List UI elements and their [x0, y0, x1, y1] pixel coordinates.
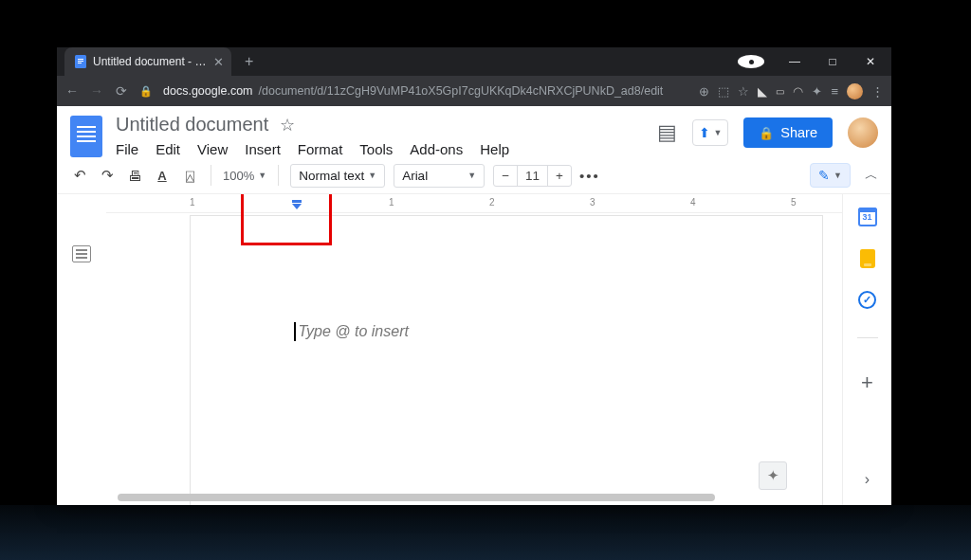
collapse-toolbar-button[interactable]: ︿ — [865, 167, 878, 184]
address-bar: ← → ⟳ 🔒 docs.google.com/document/d/11zCg… — [57, 76, 891, 106]
editor-area: 1 1 2 3 4 5 Type @ to insert — [106, 194, 842, 505]
ext-icon-2[interactable]: ◠ — [793, 84, 803, 99]
profile-avatar-icon[interactable] — [847, 83, 863, 99]
text-insertion-point[interactable]: Type @ to insert — [294, 322, 409, 341]
svg-rect-2 — [78, 61, 83, 62]
share-button[interactable]: 🔒 Share — [743, 117, 833, 148]
present-button[interactable]: ⬆ ▼ — [692, 119, 728, 146]
ruler-mark-2: 2 — [489, 197, 495, 208]
side-panel-divider — [857, 337, 878, 338]
minimize-button[interactable]: ― — [781, 55, 808, 68]
explore-button[interactable]: ✦ — [759, 461, 787, 490]
spellcheck-button[interactable]: A — [153, 166, 172, 185]
reload-button[interactable]: ⟳ — [114, 83, 129, 99]
chrome-menu-icon[interactable]: ⋮ — [871, 84, 884, 99]
maximize-button[interactable]: □ — [819, 55, 846, 68]
document-title[interactable]: Untitled document — [116, 114, 268, 135]
document-page[interactable] — [190, 215, 823, 505]
print-button[interactable]: 🖶 — [125, 166, 144, 185]
font-size-stepper[interactable]: − 11 + — [493, 165, 572, 187]
document-outline-icon[interactable] — [72, 245, 91, 262]
address-bar-icons: ⊕ ⬚ ☆ ◣ ▭ ◠ ✦ ≡ ⋮ — [699, 83, 884, 99]
decrease-font-button[interactable]: − — [494, 166, 517, 186]
caret — [294, 322, 296, 341]
svg-rect-1 — [78, 59, 83, 60]
extension-icon[interactable]: ⬚ — [718, 84, 729, 99]
menu-file[interactable]: File — [116, 141, 138, 157]
background-water — [0, 505, 971, 560]
ruler-mark-4: 4 — [690, 197, 696, 208]
share-label: Share — [780, 125, 817, 140]
present-up-icon: ⬆ — [699, 125, 710, 140]
ruler-mark-left: 1 — [190, 197, 195, 208]
toolbar: ↶ ↷ 🖶 A ⍓ 100%▼ Normal text▼ Arial▼ − 11… — [57, 157, 891, 194]
keep-icon[interactable] — [860, 249, 875, 268]
svg-rect-3 — [78, 63, 82, 63]
chrome-window: Untitled document - Google Docs ✕ + ― □ … — [57, 47, 891, 505]
font-size-value[interactable]: 11 — [517, 166, 548, 186]
browser-tab[interactable]: Untitled document - Google Docs ✕ — [64, 47, 231, 76]
menu-insert[interactable]: Insert — [245, 141, 281, 157]
redo-button[interactable]: ↷ — [98, 166, 117, 185]
undo-button[interactable]: ↶ — [70, 166, 89, 185]
tag-icon[interactable]: ◣ — [758, 84, 767, 99]
docs-favicon-icon — [74, 56, 86, 68]
ruler[interactable]: 1 1 2 3 4 5 — [106, 194, 842, 213]
forward-button[interactable]: → — [89, 83, 104, 99]
extensions-icon[interactable]: ✦ — [812, 84, 822, 99]
more-tools-button[interactable]: ••• — [580, 166, 599, 185]
star-button[interactable]: ☆ — [280, 115, 295, 135]
ext-icon-1[interactable]: ▭ — [776, 86, 784, 97]
title-and-menu: Untitled document ☆ File Edit View Inser… — [116, 114, 509, 157]
docs-body: 1 1 2 3 4 5 Type @ to insert — [57, 194, 891, 505]
increase-font-button[interactable]: + — [548, 166, 571, 186]
left-ribbon — [57, 194, 106, 505]
present-dropdown-icon: ▼ — [713, 128, 722, 137]
menu-format[interactable]: Format — [298, 141, 343, 157]
calendar-icon[interactable]: 31 — [858, 208, 877, 226]
new-tab-button[interactable]: + — [245, 53, 253, 70]
menu-addons[interactable]: Add-ons — [410, 141, 463, 157]
reading-list-icon[interactable]: ≡ — [831, 84, 838, 99]
menu-view[interactable]: View — [197, 141, 228, 157]
horizontal-scrollbar[interactable] — [106, 493, 842, 502]
url-host: docs.google.com — [163, 84, 253, 98]
menu-help[interactable]: Help — [480, 141, 509, 157]
smart-insert-placeholder: Type @ to insert — [299, 323, 409, 340]
zoom-icon[interactable]: ⊕ — [699, 84, 709, 99]
lock-icon: 🔒 — [759, 126, 774, 140]
pencil-icon: ✎ — [818, 168, 830, 183]
hide-side-panel-button[interactable]: › — [865, 471, 870, 488]
menu-edit[interactable]: Edit — [156, 141, 180, 157]
annotation-highlight-box — [241, 194, 332, 245]
header-right: ▤ ⬆ ▼ 🔒 Share — [657, 114, 878, 148]
record-icon[interactable] — [738, 55, 764, 68]
url-path: /document/d/11zCgH9VuMP41oX5GpI7cgUKKqDk… — [259, 84, 664, 98]
docs-logo-icon[interactable] — [70, 116, 102, 157]
menu-tools[interactable]: Tools — [359, 141, 393, 157]
ruler-mark-3: 3 — [590, 197, 595, 208]
editing-mode-button[interactable]: ✎ ▼ — [810, 163, 851, 188]
ruler-mark-5: 5 — [791, 197, 797, 208]
tab-close-icon[interactable]: ✕ — [213, 55, 224, 69]
url-field[interactable]: docs.google.com/document/d/11zCgH9VuMP41… — [163, 84, 689, 98]
ruler-mark-1: 1 — [389, 197, 394, 208]
zoom-dropdown[interactable]: 100%▼ — [223, 169, 266, 183]
mode-dropdown-icon: ▼ — [834, 171, 842, 180]
paragraph-style-dropdown[interactable]: Normal text▼ — [290, 164, 385, 188]
titlebar: Untitled document - Google Docs ✕ + ― □ … — [57, 47, 891, 76]
tab-title: Untitled document - Google Docs — [93, 55, 207, 68]
comment-history-icon[interactable]: ▤ — [657, 120, 677, 145]
docs-header: Untitled document ☆ File Edit View Inser… — [57, 106, 891, 157]
paint-format-button[interactable]: ⍓ — [180, 166, 199, 185]
font-family-dropdown[interactable]: Arial▼ — [394, 164, 485, 188]
close-window-button[interactable]: ✕ — [857, 55, 884, 68]
bookmark-star-icon[interactable]: ☆ — [738, 84, 749, 99]
get-addons-button[interactable]: + — [861, 370, 873, 395]
tasks-icon[interactable]: ✓ — [858, 291, 876, 309]
docs-app: Untitled document ☆ File Edit View Inser… — [57, 106, 891, 505]
lock-icon: 🔒 — [138, 85, 154, 98]
side-panel: 31 ✓ + › — [842, 194, 891, 505]
back-button[interactable]: ← — [64, 83, 80, 99]
account-avatar[interactable] — [848, 117, 878, 148]
